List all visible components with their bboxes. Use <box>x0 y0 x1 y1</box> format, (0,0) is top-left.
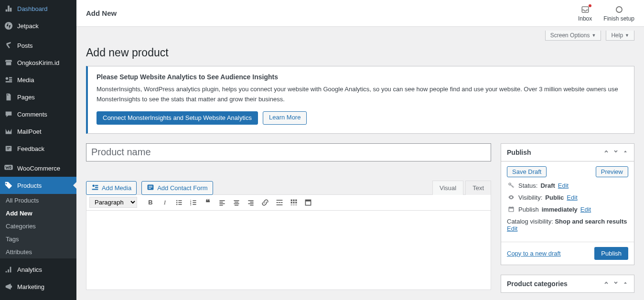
caret-up-icon <box>623 280 628 286</box>
svg-point-9 <box>176 202 177 203</box>
submenu-attributes[interactable]: Attributes <box>0 246 76 258</box>
insert-more-button[interactable] <box>273 196 286 209</box>
sidebar-item-label: Analytics <box>17 266 42 273</box>
chevron-down-icon: ▼ <box>591 33 596 38</box>
sidebar-item-products[interactable]: Products <box>0 177 76 194</box>
bullet-list-button[interactable] <box>172 196 186 209</box>
sidebar-item-analytics[interactable]: Analytics <box>0 261 76 278</box>
publish-button[interactable]: Publish <box>594 247 628 260</box>
toggle-panel-button[interactable] <box>623 149 628 156</box>
edit-visibility-link[interactable]: Edit <box>567 194 577 201</box>
add-contact-form-button[interactable]: Add Contact Form <box>141 181 213 195</box>
preview-button[interactable]: Preview <box>596 166 628 177</box>
finish-setup-button[interactable]: Finish setup <box>603 5 634 22</box>
sidebar-item-posts[interactable]: Posts <box>0 37 76 54</box>
sidebar-item-dashboard[interactable]: Dashboard <box>0 0 76 17</box>
fullscreen-button[interactable] <box>301 196 315 209</box>
svg-rect-37 <box>277 204 283 205</box>
catalog-value: Shop and search results <box>555 218 627 225</box>
format-select[interactable]: Paragraph <box>89 197 137 208</box>
submenu-all-products[interactable]: All Products <box>0 194 76 207</box>
comments-icon <box>4 109 13 119</box>
inbox-button[interactable]: Inbox <box>578 5 592 22</box>
svg-rect-11 <box>178 200 182 201</box>
chevron-down-icon <box>613 280 619 286</box>
edit-status-link[interactable]: Edit <box>558 182 569 189</box>
sidebar-item-media[interactable]: Media <box>0 71 76 88</box>
analytics-icon <box>4 265 13 274</box>
editor-tab-text[interactable]: Text <box>465 181 491 195</box>
svg-rect-28 <box>248 200 253 201</box>
svg-rect-22 <box>219 203 225 204</box>
media-icon <box>91 183 99 193</box>
caret-up-icon <box>623 149 628 154</box>
chevron-down-icon <box>613 149 619 154</box>
media-icon <box>4 75 13 85</box>
sidebar-item-feedback[interactable]: Feedback <box>0 140 76 157</box>
submenu-add-new[interactable]: Add New <box>0 207 76 220</box>
svg-rect-38 <box>291 199 292 201</box>
editor-toolbar-row: Paragraph B I 123 <box>86 195 491 211</box>
move-up-button[interactable] <box>603 149 609 156</box>
learn-more-button[interactable]: Learn More <box>263 111 307 125</box>
sidebar-item-comments[interactable]: Comments <box>0 106 76 123</box>
align-center-button[interactable] <box>230 196 243 209</box>
form-icon <box>147 183 154 193</box>
sidebar-item-label: Pages <box>17 94 35 101</box>
toolbar-toggle-button[interactable] <box>287 196 301 209</box>
finish-setup-label: Finish setup <box>603 15 634 22</box>
sidebar-item-label: Feedback <box>17 145 44 152</box>
topbar: Add New Inbox Finish setup <box>76 0 644 27</box>
numbered-list-button[interactable]: 123 <box>187 196 200 209</box>
connect-monsterinsights-button[interactable]: Connect MonsterInsights and Setup Websit… <box>97 111 258 125</box>
toggle-panel-button[interactable] <box>623 280 628 287</box>
svg-rect-40 <box>295 199 297 201</box>
svg-point-5 <box>616 7 622 12</box>
product-categories-metabox: Product categories <box>501 275 634 293</box>
svg-rect-29 <box>250 202 253 203</box>
svg-rect-13 <box>178 204 182 205</box>
blockquote-button[interactable]: ❝ <box>201 196 215 209</box>
submenu-tags[interactable]: Tags <box>0 233 76 246</box>
align-left-button[interactable] <box>215 196 229 209</box>
product-name-input[interactable] <box>86 143 491 161</box>
editor-content-area[interactable] <box>86 211 491 289</box>
sidebar-item-ongkoskirim[interactable]: OngkosKirim.id <box>0 54 76 71</box>
feedback-icon <box>4 144 13 153</box>
move-down-button[interactable] <box>613 149 619 156</box>
calendar-icon <box>507 206 515 213</box>
save-draft-button[interactable]: Save Draft <box>507 166 547 177</box>
sidebar-item-label: WooCommerce <box>17 165 60 172</box>
products-icon <box>4 181 13 190</box>
publish-date-value: immediately <box>542 206 578 213</box>
svg-rect-26 <box>234 203 239 204</box>
submenu-categories[interactable]: Categories <box>0 220 76 233</box>
edit-date-link[interactable]: Edit <box>580 206 591 213</box>
notice-body: MonsterInsights, WordPress analytics plu… <box>97 85 625 105</box>
align-right-button[interactable] <box>244 196 258 209</box>
sidebar-item-mailpoet[interactable]: MailPoet <box>0 123 76 140</box>
sidebar-item-jetpack[interactable]: Jetpack <box>0 17 76 34</box>
admin-sidebar: Dashboard Jetpack Posts OngkosKirim.id M… <box>0 0 76 300</box>
help-button[interactable]: Help ▼ <box>606 31 634 41</box>
add-media-button[interactable]: Add Media <box>86 181 137 195</box>
italic-button[interactable]: I <box>158 196 172 209</box>
screen-options-button[interactable]: Screen Options ▼ <box>545 31 601 41</box>
marketing-icon <box>4 282 13 291</box>
notification-dot <box>589 4 591 7</box>
editor-tab-visual[interactable]: Visual <box>432 181 463 195</box>
copy-to-draft-link[interactable]: Copy to a new draft <box>507 250 561 257</box>
edit-catalog-link[interactable]: Edit <box>507 225 517 232</box>
bold-button[interactable]: B <box>144 196 157 209</box>
sidebar-item-label: Posts <box>17 42 33 49</box>
sidebar-item-marketing[interactable]: Marketing <box>0 278 76 295</box>
move-up-button[interactable] <box>603 280 609 287</box>
link-button[interactable] <box>258 196 272 209</box>
move-down-button[interactable] <box>613 280 619 287</box>
sidebar-item-label: MailPoet <box>17 128 42 135</box>
sidebar-item-pages[interactable]: Pages <box>0 88 76 106</box>
analytics-notice: Please Setup Website Analytics to See Au… <box>86 66 634 134</box>
sidebar-item-woocommerce[interactable]: WooCommerce <box>0 160 76 177</box>
key-icon <box>507 182 515 189</box>
sidebar-item-label: Marketing <box>17 283 44 290</box>
